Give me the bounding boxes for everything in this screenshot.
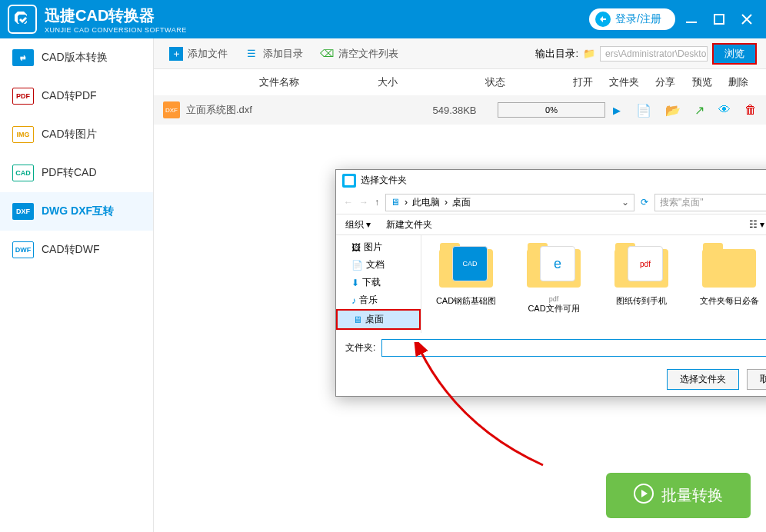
col-preview: 预览 — [692, 75, 712, 89]
app-subtitle: XUNJIE CAD CONVERSION SOFTWARE — [45, 26, 187, 34]
pc-icon: 🖥 — [391, 197, 400, 208]
close-button[interactable] — [735, 8, 758, 31]
list-icon: ☰ — [245, 47, 258, 61]
dialog-tools: 组织 ▾ 新建文件夹 ☷ ▾ ❔ — [336, 214, 766, 235]
share-icon[interactable]: ↗ — [694, 103, 704, 118]
add-directory-button[interactable]: ☰ 添加目录 — [238, 44, 309, 64]
app-title: 迅捷CAD转换器 — [45, 5, 187, 26]
dxf-file-icon: DXF — [163, 101, 180, 118]
toolbar: ＋ 添加文件 ☰ 添加目录 ⌫ 清空文件列表 输出目录: 📁 ers\Admin… — [154, 38, 766, 69]
batch-convert-button[interactable]: 批量转换 — [606, 473, 751, 518]
output-dir-label: 输出目录: — [535, 47, 578, 61]
open-folder-icon[interactable]: 📂 — [665, 103, 681, 118]
delete-icon[interactable]: 🗑 — [744, 103, 757, 118]
browse-button[interactable]: 浏览 — [712, 43, 757, 65]
col-folder: 文件夹 — [609, 75, 639, 89]
col-delete: 删除 — [728, 75, 748, 89]
nav-forward-icon[interactable]: → — [359, 197, 368, 208]
sidebar: ⇄ CAD版本转换 PDF CAD转PDF IMG CAD转图片 CAD PDF… — [0, 38, 154, 532]
folder-grid: CAD CAD钢筋基础图 e pdf CAD文件可用 pdf 图纸传到手机 — [421, 235, 766, 333]
tree-item-music[interactable]: ♪音乐 — [336, 291, 421, 309]
file-row[interactable]: DXF 立面系统图.dxf 549.38KB 0% ▶ 📄 📂 ↗ 👁 🗑 — [154, 95, 766, 125]
nav-back-icon[interactable]: ← — [344, 197, 353, 208]
preview-icon[interactable]: 👁 — [718, 103, 731, 118]
output-path-field[interactable]: ers\Administrator\Desktop — [600, 46, 708, 62]
app-logo-icon — [8, 5, 37, 34]
tree-item-documents[interactable]: 📄文档 — [336, 256, 421, 274]
col-open: 打开 — [573, 75, 593, 89]
tree-item-pictures[interactable]: 🖼图片 — [336, 238, 421, 256]
title-area: 迅捷CAD转换器 XUNJIE CAD CONVERSION SOFTWARE — [45, 5, 187, 34]
folder-input-label: 文件夹: — [345, 341, 375, 354]
svg-rect-0 — [686, 22, 697, 23]
cancel-button[interactable]: 取消 — [747, 369, 766, 390]
downloads-icon: ⬇ — [351, 278, 359, 288]
sidebar-item-cad-to-pdf[interactable]: PDF CAD转PDF — [0, 77, 153, 115]
col-size: 大小 — [349, 75, 426, 89]
dialog-title-text: 选择文件夹 — [361, 174, 407, 187]
refresh-icon[interactable]: ⟳ — [641, 197, 648, 208]
path-breadcrumb[interactable]: 🖥 › 此电脑 › 桌面 ⌄ — [385, 194, 634, 211]
svg-rect-3 — [345, 176, 354, 185]
music-icon: ♪ — [351, 295, 356, 306]
dialog-app-icon — [342, 174, 356, 188]
view-mode-button[interactable]: ☷ ▾ — [749, 219, 764, 230]
tree-item-downloads[interactable]: ⬇下载 — [336, 274, 421, 291]
sidebar-item-cad-to-image[interactable]: IMG CAD转图片 — [0, 115, 153, 154]
content-area: ＋ 添加文件 ☰ 添加目录 ⌫ 清空文件列表 输出目录: 📁 ers\Admin… — [154, 38, 766, 532]
new-folder-button[interactable]: 新建文件夹 — [386, 218, 432, 231]
folder-item[interactable]: CAD CAD钢筋基础图 — [428, 241, 505, 327]
svg-rect-1 — [714, 15, 724, 24]
minimize-button[interactable] — [680, 8, 703, 31]
maximize-button[interactable] — [708, 8, 731, 31]
col-filename: 文件名称 — [209, 75, 349, 89]
plus-icon: ＋ — [169, 47, 183, 61]
sidebar-item-cad-to-dwf[interactable]: DWF CAD转DWF — [0, 231, 153, 269]
clear-list-button[interactable]: ⌫ 清空文件列表 — [314, 44, 405, 64]
tree-item-desktop[interactable]: 🖥桌面 — [336, 309, 421, 330]
dialog-titlebar: 选择文件夹 ✕ — [336, 170, 766, 191]
app-header: 迅捷CAD转换器 XUNJIE CAD CONVERSION SOFTWARE … — [0, 0, 766, 38]
add-file-button[interactable]: ＋ 添加文件 — [163, 44, 234, 64]
search-input[interactable]: 搜索"桌面" 🔍 — [654, 194, 766, 211]
folder-picker-dialog: 选择文件夹 ✕ ← → ↑ 🖥 › 此电脑 › 桌面 ⌄ ⟳ 搜索"桌面" — [335, 169, 766, 397]
col-status: 状态 — [426, 75, 565, 89]
sidebar-item-cad-version[interactable]: ⇄ CAD版本转换 — [0, 38, 153, 77]
organize-button[interactable]: 组织 ▾ — [345, 218, 371, 231]
file-name: 立面系统图.dxf — [186, 103, 416, 117]
folder-item[interactable]: pdf 图纸传到手机 — [603, 241, 680, 327]
folder-item[interactable]: 文件夹每日必备 — [691, 241, 766, 327]
folder-name-input[interactable] — [381, 339, 766, 357]
dialog-nav: ← → ↑ 🖥 › 此电脑 › 桌面 ⌄ ⟳ 搜索"桌面" 🔍 — [336, 191, 766, 214]
folder-tree: 🖼图片 📄文档 ⬇下载 ♪音乐 🖥桌面 — [336, 235, 421, 333]
desktop-icon: 🖥 — [353, 314, 362, 325]
columns-header: 文件名称 大小 状态 打开 文件夹 分享 预览 删除 — [154, 69, 766, 95]
select-folder-button[interactable]: 选择文件夹 — [667, 369, 739, 390]
col-share: 分享 — [655, 75, 675, 89]
progress-bar: 0% — [498, 102, 605, 118]
nav-up-icon[interactable]: ↑ — [375, 197, 379, 208]
login-button[interactable]: 登录/注册 — [589, 8, 675, 30]
file-size: 549.38KB — [416, 105, 493, 116]
play-circle-icon — [634, 484, 654, 507]
sidebar-item-pdf-to-cad[interactable]: CAD PDF转CAD — [0, 154, 153, 192]
folder-icon: 📁 — [583, 48, 595, 59]
play-icon[interactable]: ▶ — [613, 105, 621, 116]
open-file-icon[interactable]: 📄 — [636, 103, 651, 118]
pictures-icon: 🖼 — [351, 242, 361, 253]
folder-item[interactable]: e pdf CAD文件可用 — [515, 241, 592, 327]
documents-icon: 📄 — [351, 260, 363, 271]
login-icon — [595, 12, 611, 27]
broom-icon: ⌫ — [320, 47, 334, 61]
sidebar-item-dwg-dxf[interactable]: DXF DWG DXF互转 — [0, 192, 153, 231]
